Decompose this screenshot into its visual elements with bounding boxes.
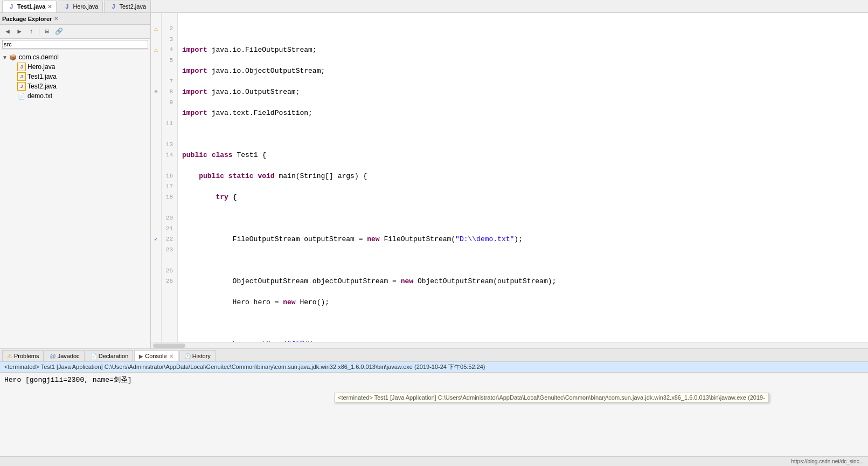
ln-17: 17 [164,181,175,192]
margin-11 [151,118,161,129]
ln-11: 11 [164,118,175,129]
margin-10 [151,108,161,119]
sidebar-filter [0,39,150,50]
code-line-15 [182,318,864,329]
ln-14: 14 [164,150,175,161]
back-button[interactable]: ◀ [2,26,13,37]
no-arrow [11,93,17,99]
margin-8: ⊖ [151,87,161,98]
horizontal-scrollbar[interactable] [151,342,868,348]
java-file-icon: J [109,2,117,11]
warning-icon: ⚠ [154,46,158,54]
margin-18 [151,192,161,203]
sidebar-title: Package Explorer ✕ [2,16,58,22]
code-line-4: import java.io.OutputStream; [182,87,864,98]
tab-test1-label: Test1.java [17,3,45,10]
code-line-8: public static void main(String[] args) { [182,171,864,182]
javadoc-icon: @ [50,353,55,359]
margin-14 [151,150,161,161]
margin-15 [151,160,161,171]
sidebar: Package Explorer ✕ ◀ ▶ ↑ ⊟ 🔗 ▼ 📦 com.cs.… [0,13,151,348]
code-container[interactable]: ⚠ ⚠ ⊖ [151,13,868,342]
margin-7 [151,76,161,87]
filter-input[interactable] [2,40,148,49]
no-arrow [11,74,17,80]
ln-22: 22 [164,234,175,245]
ln-5: 5 [164,55,175,66]
editor-tab-bar: J Test1.java ✕ J Hero.java J Test2.java [0,0,868,13]
tree-package[interactable]: ▼ 📦 com.cs.demol [0,52,150,62]
no-arrow [11,64,17,70]
ln-13: 13 [164,139,175,150]
tab-console[interactable]: ▶ Console ✕ [134,350,178,361]
margin-9 [151,97,161,108]
tab-console-label: Console [145,353,166,359]
margin-1 [151,13,161,24]
ln-19 [164,202,175,213]
code-line-2: import java.io.FileOutputStream; [182,45,864,56]
test2-java-label: Test2.java [27,83,57,90]
console-tooltip: <terminated> Test1 [Java Application] C:… [334,393,769,402]
console-output: Hero [gongjili=2300, name=剑圣] [0,373,868,387]
tab-declaration[interactable]: 📄 Declaration [86,350,134,361]
tab-history[interactable]: 🕐 History [179,350,216,361]
tab-problems[interactable]: ⚠ Problems [2,350,44,361]
editor-area: ⚠ ⚠ ⊖ [151,13,868,348]
ln-2: 2 [164,24,175,35]
problems-icon: ⚠ [7,353,12,360]
ln-4: 4 [164,45,175,56]
margin-5 [151,55,161,66]
line-numbers: 2 3 4 5 7 8 9 11 13 14 16 17 18 20 21 [162,13,178,342]
no-arrow [11,84,17,90]
ln-3: 3 [164,34,175,45]
margin-12 [151,129,161,140]
code-line-11: FileOutputStream outputStream = new File… [182,234,864,245]
tab-test2-label: Test2.java [119,3,146,10]
main-area: Package Explorer ✕ ◀ ▶ ↑ ⊟ 🔗 ▼ 📦 com.cs.… [0,13,868,348]
java-file-icon: J [7,2,16,11]
margin-24 [151,255,161,266]
tree-test2-java[interactable]: J Test2.java [0,81,150,91]
collapse-icon[interactable]: ⊖ [154,88,157,95]
expand-arrow: ▼ [2,54,9,60]
ln-9: 9 [164,97,175,108]
tree-test1-java[interactable]: J Test1.java [0,72,150,81]
tab-javadoc-label: Javadoc [58,353,80,359]
tree-hero-java[interactable]: J Hero.java [0,62,150,72]
package-tree: ▼ 📦 com.cs.demol J Hero.java J Test1.jav… [0,50,150,348]
scroll-thumb[interactable] [153,344,185,348]
tab-hero[interactable]: J Hero.java [58,1,103,12]
margin-26 [151,276,161,287]
tree-demo-txt[interactable]: 📄 demo.txt [0,91,150,101]
tab-declaration-label: Declaration [99,353,129,359]
output-text: Hero [gongjili=2300, name=剑圣] [4,376,132,384]
package-icon: 📦 [9,53,17,61]
tab-test1[interactable]: J Test1.java ✕ [2,1,57,12]
bottom-panel: ⚠ Problems @ Javadoc 📄 Declaration ▶ Con… [0,348,868,456]
code-line-10 [182,213,864,224]
sidebar-toolbar: ◀ ▶ ↑ ⊟ 🔗 [0,25,150,39]
link-button[interactable]: 🔗 [53,26,64,37]
margin-25 [151,265,161,276]
ln-18: 18 [164,192,175,203]
status-bar: https://blog.csdn.net/dc_sinc... [0,456,868,466]
java-file-icon: J [63,2,71,11]
sidebar-close-icon[interactable]: ✕ [54,16,58,22]
bookmark-icon: ✔ [154,236,157,242]
java-icon: J [17,82,26,91]
tooltip-text: <terminated> Test1 [Java Application] C:… [338,394,765,401]
ln-21: 21 [164,223,175,234]
up-button[interactable]: ↑ [26,26,37,37]
tab-javadoc[interactable]: @ Javadoc [45,350,84,361]
tab-test1-close[interactable]: ✕ [47,4,52,10]
tab-test2[interactable]: J Test2.java [104,1,151,12]
code-editor[interactable]: import java.io.FileOutputStream; import … [178,13,868,342]
collapse-all-button[interactable]: ⊟ [41,26,52,37]
console-tab-close[interactable]: ✕ [169,353,173,359]
editor-left-margin: ⚠ ⚠ ⊖ [151,13,162,342]
forward-button[interactable]: ▶ [14,26,25,37]
status-text: https://blog.csdn.net/dc_sinc... [791,458,864,464]
margin-21 [151,223,161,234]
ln-7: 7 [164,76,175,87]
code-line-13: ObjectOutputStream objectOutputStream = … [182,276,864,287]
